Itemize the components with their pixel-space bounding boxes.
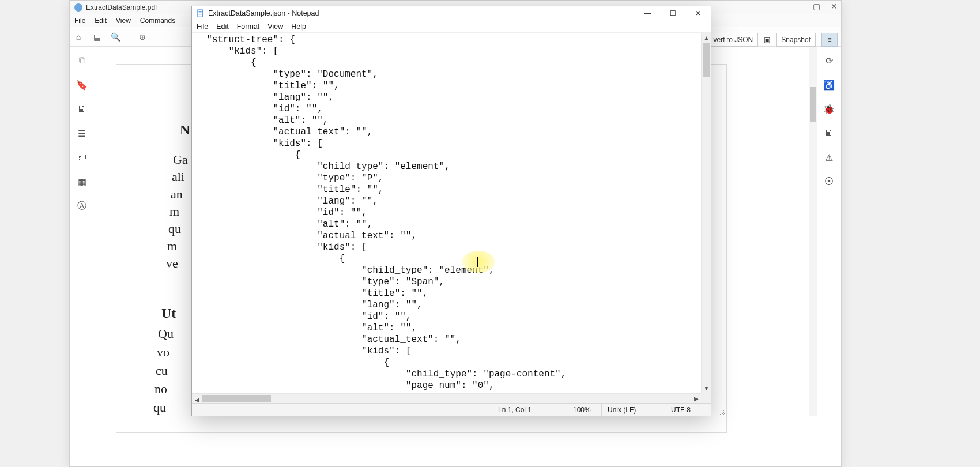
pdf-body-1-l5: m [167, 238, 177, 255]
menu-edit[interactable]: Edit [216, 22, 229, 31]
text-caret [477, 257, 478, 267]
toolbar-divider [129, 32, 129, 42]
statusbar-spacer [192, 404, 492, 416]
menu-file[interactable]: File [74, 17, 85, 25]
pdf-heading-1: N [180, 122, 190, 138]
add-icon[interactable]: ⊕ [137, 32, 148, 42]
accessibility-icon[interactable]: ♿ [823, 79, 835, 91]
camera-icon[interactable]: ▣ [764, 36, 770, 44]
pdf-body-2-l1: vo [157, 344, 169, 361]
menu-help[interactable]: Help [291, 22, 306, 31]
pdf-vertical-scrollbar[interactable] [809, 47, 817, 416]
notepad-window: ExtractDataSample.json - Notepad — ☐ ✕ F… [191, 6, 711, 416]
pdf-scrollbar-thumb[interactable] [810, 87, 816, 122]
scrollbar-corner [701, 393, 711, 403]
hamburger-icon[interactable]: ≡ [821, 33, 838, 47]
warn-icon[interactable]: ⚠ [823, 152, 835, 163]
maximize-button[interactable]: ☐ [660, 6, 685, 20]
menu-file[interactable]: File [197, 22, 208, 31]
menu-commands[interactable]: Commands [140, 17, 175, 25]
save-icon[interactable]: ▤ [92, 32, 102, 42]
pdf-title: ExtractDataSample.pdf [86, 3, 157, 12]
pdf-window-controls: — ▢ ✕ [794, 2, 838, 11]
snapshot-button[interactable]: Snapshot [776, 33, 816, 47]
rotate-icon[interactable]: ⟳ [823, 55, 835, 66]
notepad-editor[interactable]: "struct-tree": { "kids": [ { "type": "Do… [192, 33, 701, 393]
menu-view[interactable]: View [267, 22, 283, 31]
scroll-right-arrow-icon[interactable]: ▶ [691, 394, 701, 403]
menu-edit[interactable]: Edit [95, 17, 107, 25]
vertical-scrollbar-thumb[interactable] [703, 43, 710, 77]
svg-line-6 [723, 413, 725, 415]
pdf-body-2-l2: cu [156, 362, 168, 380]
pdf-document-icon [74, 3, 82, 12]
page2-icon[interactable]: 🗎 [823, 127, 835, 139]
text-icon[interactable]: Ⓐ [76, 200, 88, 212]
pdf-right-actions: vert to JSON ▣ Snapshot ≡ [708, 33, 838, 47]
pdf-left-rail: ⧉ 🔖 🗎 ☰ 🏷 ▦ Ⓐ [70, 47, 94, 393]
scroll-down-arrow-icon[interactable]: ▼ [702, 383, 711, 393]
scroll-up-arrow-icon[interactable]: ▲ [702, 33, 711, 43]
statusbar-line-ending: Unix (LF) [601, 404, 665, 416]
search-icon[interactable]: 🔍 [110, 32, 120, 42]
page-icon[interactable]: 🗎 [76, 103, 88, 115]
bug-icon[interactable]: 🐞 [823, 103, 835, 115]
notepad-menubar: File Edit Format View Help [192, 20, 711, 33]
minimize-button[interactable]: — [635, 6, 660, 20]
list-icon[interactable]: ☰ [76, 127, 88, 139]
location-icon[interactable]: ⦿ [823, 176, 835, 187]
statusbar-encoding: UTF-8 [665, 404, 717, 416]
notepad-window-controls: — ☐ ✕ [635, 6, 711, 20]
horizontal-scrollbar-thumb[interactable] [202, 395, 271, 402]
notepad-title: ExtractDataSample.json - Notepad [208, 9, 319, 17]
notepad-editor-wrap: "struct-tree": { "kids": [ { "type": "Do… [192, 33, 711, 403]
pdf-body-1-l0: Ga [173, 151, 188, 169]
grid-icon[interactable]: ▦ [76, 176, 88, 187]
notepad-icon [197, 9, 205, 17]
notepad-titlebar[interactable]: ExtractDataSample.json - Notepad — ☐ ✕ [192, 6, 711, 20]
resize-grip-icon[interactable] [717, 404, 726, 416]
pdf-right-rail: ⟳ ♿ 🐞 🗎 ⚠ ⦿ [817, 47, 841, 393]
statusbar-zoom: 100% [567, 404, 601, 416]
pdf-body-1-l3: m [169, 203, 179, 221]
pages-icon[interactable]: ⧉ [76, 55, 88, 66]
notepad-statusbar: Ln 1, Col 1 100% Unix (LF) UTF-8 [192, 403, 711, 416]
vertical-scrollbar[interactable]: ▲ ▼ [701, 33, 711, 393]
pdf-heading-2: Ut [161, 306, 176, 321]
scroll-left-arrow-icon[interactable]: ◀ [192, 395, 202, 403]
close-button[interactable]: ✕ [685, 6, 711, 20]
pdf-body-2-l0: Qu [158, 325, 174, 343]
statusbar-position: Ln 1, Col 1 [492, 404, 567, 416]
menu-format[interactable]: Format [237, 22, 260, 31]
pdf-body-1-l2: an [171, 186, 183, 204]
horizontal-scrollbar[interactable]: ◀ ▶ [192, 393, 701, 403]
home-icon[interactable]: ⌂ [73, 32, 84, 42]
tag-icon[interactable]: 🏷 [76, 152, 88, 163]
svg-rect-0 [198, 10, 203, 17]
close-button[interactable]: ✕ [831, 2, 838, 11]
pdf-body-2-l3: no [154, 381, 167, 398]
convert-to-json-button[interactable]: vert to JSON [708, 33, 759, 47]
bookmarks-icon[interactable]: 🔖 [76, 79, 88, 91]
maximize-button[interactable]: ▢ [813, 2, 820, 11]
minimize-button[interactable]: — [794, 2, 802, 11]
menu-view[interactable]: View [116, 17, 131, 25]
pdf-body-1-l4: qu [168, 220, 181, 238]
pdf-body-1-l1: ali [172, 168, 184, 186]
pdf-body-1-l6: ve [166, 255, 178, 273]
pdf-body-2-l4: qu [153, 399, 166, 417]
